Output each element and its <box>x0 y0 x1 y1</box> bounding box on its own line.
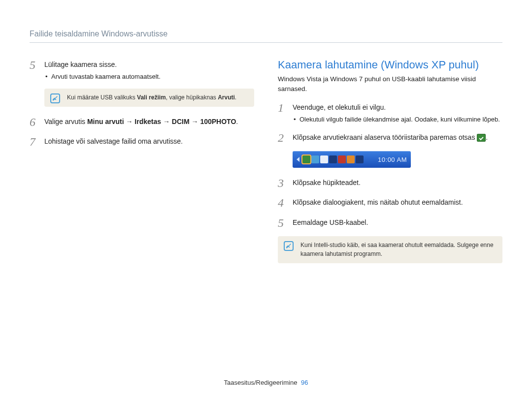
step-number: 4 <box>278 196 293 209</box>
note-text-mid: , valige hüpikaknas <box>166 94 218 101</box>
step-text-a: Klõpsake arvutiekraani alaserva tööriist… <box>293 133 477 141</box>
left-column: 5 Lülitage kaamera sisse. Arvuti tuvasta… <box>30 59 254 272</box>
tray-volume-icon <box>338 155 346 163</box>
section-title: Kaamera lahutamine (Windows XP puhul) <box>278 59 502 71</box>
step-number: 2 <box>278 131 293 144</box>
step-7: 7 Lohistage või salvestage failid oma ar… <box>30 135 254 148</box>
footer-section: Taasesitus/Redigeerimine <box>224 379 298 386</box>
page-header: Failide teisaldamine Windows-arvutisse <box>30 30 502 43</box>
step-text: Klõpsake hüpikteadet. <box>293 177 502 189</box>
step-sub: Olekutuli vilgub failide ülekandmise aja… <box>293 115 502 124</box>
tray-safely-remove-icon <box>302 155 310 163</box>
note-box-left: Kui määrate USB valikuks Vali režiim, va… <box>44 89 254 107</box>
step-text: Lülitage kaamera sisse. <box>44 61 117 68</box>
note-icon <box>50 93 60 103</box>
tray-icon <box>347 155 355 163</box>
tray-icon <box>320 155 328 163</box>
step-number: 1 <box>278 101 293 124</box>
step-body: Lohistage või salvestage failid oma arvu… <box>44 135 254 148</box>
note-box-right: Kuni Intelli-studio käib, ei saa kaamera… <box>278 236 502 263</box>
note-bold-1: Vali režiim <box>137 94 166 101</box>
note-icon <box>284 241 294 251</box>
step-number: 6 <box>30 116 44 128</box>
note-text-pre: Kui määrate USB valikuks <box>67 94 137 101</box>
step-6: 6 Valige arvutis Minu arvuti → Irdketas … <box>30 116 254 128</box>
step-text: Klõpsake dialoogiakent, mis näitab ohutu… <box>293 196 502 209</box>
step-r2: 2 Klõpsake arvutiekraani alaserva töörii… <box>278 131 502 144</box>
page-footer: Taasesitus/Redigeerimine 96 <box>0 379 532 386</box>
path-removable: Irdketas <box>134 118 161 125</box>
path-my-computer: Minu arvuti <box>87 118 124 125</box>
step-r3: 3 Klõpsake hüpikteadet. <box>278 177 502 189</box>
right-column: Kaamera lahutamine (Windows XP puhul) Wi… <box>278 59 502 272</box>
step-text: Veenduge, et olekutuli ei vilgu. <box>293 103 386 111</box>
step-body: Veenduge, et olekutuli ei vilgu. Olekutu… <box>293 101 502 124</box>
path-dcim: DCIM <box>172 118 190 125</box>
content-columns: 5 Lülitage kaamera sisse. Arvuti tuvasta… <box>30 59 502 272</box>
arrow: → <box>190 118 200 125</box>
step-text-b: . <box>486 133 488 141</box>
step-text: Lohistage või salvestage failid oma arvu… <box>44 137 183 145</box>
step-r4: 4 Klõpsake dialoogiakent, mis näitab ohu… <box>278 196 502 209</box>
step-r1: 1 Veenduge, et olekutuli ei vilgu. Oleku… <box>278 101 502 124</box>
taskbar-clock: 10:00 AM <box>378 156 407 163</box>
path-100photo: 100PHOTO <box>200 118 236 125</box>
arrow: → <box>161 118 172 125</box>
tray-expand-icon <box>297 157 299 162</box>
tray-icon <box>356 155 364 163</box>
step-number: 7 <box>30 135 44 148</box>
step-body: Klõpsake arvutiekraani alaserva tööriist… <box>293 131 502 144</box>
step-5: 5 Lülitage kaamera sisse. Arvuti tuvasta… <box>30 59 254 82</box>
footer-page-number: 96 <box>301 379 308 386</box>
note-bold-2: Arvuti <box>218 94 235 101</box>
tray-icons <box>302 155 364 163</box>
step-sub: Arvuti tuvastab kaamera automaatselt. <box>44 72 254 82</box>
step-prefix: Valige arvutis <box>44 118 87 125</box>
tray-icon <box>329 155 337 163</box>
step-suffix: . <box>236 118 238 125</box>
tray-icon <box>311 155 319 163</box>
step-number: 3 <box>278 177 293 189</box>
safely-remove-icon <box>477 134 486 142</box>
header-title: Failide teisaldamine Windows-arvutisse <box>30 30 167 38</box>
note-text-post: . <box>235 94 236 101</box>
arrow: → <box>124 118 135 125</box>
note-text: Kuni Intelli-studio käib, ei saa kaamera… <box>300 242 494 257</box>
step-number: 5 <box>30 59 44 82</box>
step-r5: 5 Eemaldage USB-kaabel. <box>278 216 502 229</box>
step-body: Valige arvutis Minu arvuti → Irdketas → … <box>44 116 254 128</box>
step-body: Lülitage kaamera sisse. Arvuti tuvastab … <box>44 59 254 82</box>
step-number: 5 <box>278 216 293 229</box>
section-intro: Windows Vista ja Windows 7 puhul on USB-… <box>278 74 502 93</box>
windows-taskbar: 10:00 AM <box>293 151 411 168</box>
step-text: Eemaldage USB-kaabel. <box>293 216 502 229</box>
